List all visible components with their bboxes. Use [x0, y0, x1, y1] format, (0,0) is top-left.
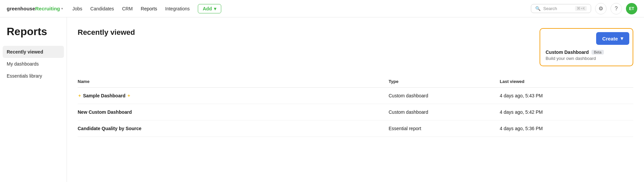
page-title: Reports — [0, 25, 67, 46]
row-type-cell: Essential report — [383, 120, 494, 137]
row-type-cell: Custom dashboard — [383, 88, 494, 104]
column-name-header: Name — [78, 76, 383, 88]
row-name: New Custom Dashboard — [78, 109, 132, 115]
table-row[interactable]: ✦ Sample Dashboard ✦ Custom dashboard 4 … — [78, 88, 633, 104]
nav-crm[interactable]: CRM — [122, 5, 133, 13]
sparkle-suffix-icon: ✦ — [127, 93, 131, 98]
search-shortcut: ⌘+K — [575, 6, 587, 11]
nav-jobs[interactable]: Jobs — [72, 5, 82, 13]
row-name-cell: New Custom Dashboard — [78, 104, 383, 120]
top-navigation: greenhouse Recruiting ▾ Jobs Candidates … — [0, 0, 644, 17]
nav-integrations[interactable]: Integrations — [165, 5, 190, 13]
column-type-header: Type — [383, 76, 494, 88]
sidebar-item-essentials-library[interactable]: Essentials library — [0, 70, 67, 82]
logo[interactable]: greenhouse Recruiting ▾ — [7, 6, 63, 11]
table-row[interactable]: Candidate Quality by Source Essential re… — [78, 120, 633, 137]
sidebar-item-my-dashboards[interactable]: My dashboards — [0, 58, 67, 70]
add-chevron-icon: ▾ — [214, 6, 216, 11]
add-label: Add — [203, 6, 212, 11]
main-content: Recently viewed Create ▾ Custom Dashboar… — [67, 17, 644, 182]
dropdown-item-description: Build your own dashboard — [546, 56, 627, 61]
beta-badge: Beta — [591, 50, 604, 55]
add-button[interactable]: Add ▾ — [198, 4, 221, 13]
row-last-viewed-cell: 4 days ago, 5:43 PM — [494, 88, 633, 104]
create-chevron-icon: ▾ — [621, 35, 623, 41]
sidebar-item-recently-viewed[interactable]: Recently viewed — [3, 46, 64, 58]
help-button[interactable]: ? — [611, 3, 622, 14]
row-last-viewed-cell: 4 days ago, 5:36 PM — [494, 120, 633, 137]
row-last-viewed-cell: 4 days ago, 5:42 PM — [494, 104, 633, 120]
column-last-viewed-header: Last viewed — [494, 76, 633, 88]
settings-button[interactable]: ⚙ — [595, 3, 607, 14]
dropdown-item-row: Custom Dashboard Beta — [546, 50, 627, 55]
dropdown-item-title: Custom Dashboard — [546, 50, 589, 55]
search-icon: 🔍 — [535, 6, 541, 11]
avatar[interactable]: ET — [626, 3, 637, 14]
table-header: Name Type Last viewed — [78, 76, 633, 88]
logo-chevron-icon[interactable]: ▾ — [61, 7, 63, 10]
main-layout: Reports Recently viewed My dashboards Es… — [0, 17, 644, 182]
search-label: Search — [543, 6, 572, 11]
sidebar: Reports Recently viewed My dashboards Es… — [0, 17, 67, 182]
row-name-cell: Candidate Quality by Source — [78, 120, 383, 137]
content-header: Recently viewed Create ▾ Custom Dashboar… — [78, 28, 633, 66]
search-box[interactable]: 🔍 Search ⌘+K — [531, 4, 591, 13]
nav-reports[interactable]: Reports — [141, 5, 157, 13]
nav-links: Jobs Candidates CRM Reports Integrations… — [72, 4, 531, 13]
table-row[interactable]: New Custom Dashboard Custom dashboard 4 … — [78, 104, 633, 120]
row-name: Sample Dashboard — [83, 93, 126, 98]
table-body: ✦ Sample Dashboard ✦ Custom dashboard 4 … — [78, 88, 633, 137]
create-label: Create — [602, 36, 618, 41]
nav-candidates[interactable]: Candidates — [90, 5, 114, 13]
row-name-cell: ✦ Sample Dashboard ✦ — [78, 88, 383, 104]
reports-table: Name Type Last viewed ✦ Sample Dashboard… — [78, 76, 633, 137]
row-type-cell: Custom dashboard — [383, 104, 494, 120]
nav-right: 🔍 Search ⌘+K ⚙ ? ET — [531, 3, 637, 14]
create-area: Create ▾ Custom Dashboard Beta Build you… — [540, 28, 633, 66]
sparkle-prefix-icon: ✦ — [78, 93, 82, 98]
logo-greenhouse-text: greenhouse — [7, 6, 35, 11]
custom-dashboard-option[interactable]: Custom Dashboard Beta Build your own das… — [540, 45, 633, 66]
create-button[interactable]: Create ▾ — [596, 32, 629, 45]
logo-recruiting-text: Recruiting — [35, 6, 60, 11]
section-title: Recently viewed — [78, 28, 135, 37]
row-name: Candidate Quality by Source — [78, 126, 142, 131]
